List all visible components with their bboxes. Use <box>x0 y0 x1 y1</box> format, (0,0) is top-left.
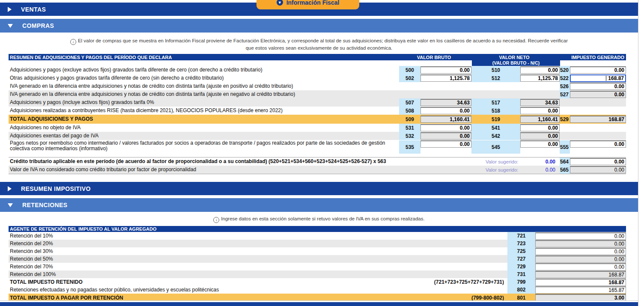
input-508[interactable] <box>420 107 471 114</box>
input-526[interactable] <box>570 83 626 90</box>
field-cell-512 <box>520 74 560 82</box>
input-802[interactable] <box>535 286 626 294</box>
input-wrap <box>535 248 626 255</box>
field-code-531: 531 <box>399 124 420 132</box>
section-header-retenciones[interactable]: RETENCIONES <box>0 198 638 212</box>
input-522[interactable] <box>570 74 626 82</box>
row-description: Adquisiciones no objeto de IVA <box>9 125 399 131</box>
input-725[interactable] <box>535 248 626 255</box>
chevron-down-icon <box>8 24 13 28</box>
section-title-ventas: VENTAS <box>21 6 46 13</box>
code-spacer <box>399 82 420 90</box>
input-510[interactable] <box>520 66 560 74</box>
row-description: Adquisiciones y pagos (incluye activos f… <box>9 100 399 105</box>
table-row: Retenciones efectuadas y no pagadas sect… <box>9 286 626 294</box>
row-formula: (721+723+725+727+729+731) <box>434 279 507 285</box>
input-wrap <box>520 132 560 140</box>
input-531[interactable] <box>420 124 471 131</box>
field-cell-541 <box>520 124 560 131</box>
input-564[interactable] <box>570 158 626 165</box>
field-code-529: 529 <box>560 115 570 124</box>
chevron-right-icon <box>8 186 12 191</box>
input-wrap <box>535 286 626 294</box>
table-row: TOTAL IMPUESTO A PAGAR POR RETENCIÓN(799… <box>9 294 626 302</box>
field-cell-519 <box>520 116 560 123</box>
input-541[interactable] <box>520 124 560 131</box>
input-wrap <box>520 74 560 82</box>
field-code-520: 520 <box>560 66 570 74</box>
text-cursor <box>606 76 606 81</box>
input-wrap <box>420 107 471 114</box>
suggested-value-label: Valor sugerido: <box>486 167 526 172</box>
row-description: Otras adquisiciones y pagos gravados tar… <box>9 75 399 81</box>
table-row: Retención del 10%721 <box>9 232 626 240</box>
input-wrap <box>520 124 560 131</box>
input-565 <box>570 166 626 173</box>
compras-table-header: RESUMEN DE ADQUISICIONES Y PAGOS DEL PER… <box>9 54 626 60</box>
compras-info-note: iEl valor de compras que se muestra en I… <box>66 38 572 51</box>
table-row: Adquisiciones realizadas a contribuyente… <box>9 107 626 115</box>
code-spacer <box>560 124 570 132</box>
code-spacer <box>399 90 420 98</box>
table-row: Retención del 50%727 <box>9 255 626 263</box>
field-code-510: 510 <box>471 66 520 74</box>
input-wrap <box>570 140 626 148</box>
input-542 <box>520 132 560 140</box>
input-512[interactable] <box>520 74 560 82</box>
input-wrap <box>420 132 471 140</box>
form-page: ▾ Información Fiscal VENTAS COMPRAS iEl … <box>0 3 638 302</box>
table-row: Retención del 100%731 <box>9 270 626 278</box>
input-502[interactable] <box>420 74 471 82</box>
input-wrap <box>570 116 626 123</box>
input-518[interactable] <box>520 107 560 114</box>
input-wrap <box>570 158 626 165</box>
section-title-resumen: RESUMEN IMPOSITIVO <box>21 185 91 192</box>
code-spacer <box>560 98 570 107</box>
section-header-compras[interactable]: COMPRAS <box>0 19 638 33</box>
input-wrap <box>520 140 560 148</box>
input-535[interactable] <box>420 140 471 148</box>
field-cell-532 <box>420 132 471 140</box>
field-cell-517 <box>520 99 560 106</box>
section-title-retenciones: RETENCIONES <box>22 202 68 208</box>
row-description: Retención del 70% <box>9 264 507 270</box>
input-545[interactable] <box>520 140 560 148</box>
section-header-resumen-impositivo[interactable]: RESUMEN IMPOSITIVO <box>0 182 638 195</box>
right-border-line <box>638 0 638 306</box>
input-520[interactable] <box>570 66 626 74</box>
field-code-541: 541 <box>471 124 520 132</box>
input-wrap <box>420 74 471 82</box>
input-wrap <box>535 255 626 263</box>
retenciones-table: AGENTE DE RETENCIÓN DEL IMPUESTO AL VALO… <box>9 226 626 302</box>
informacion-fiscal-button[interactable]: ▾ Información Fiscal <box>256 0 359 9</box>
input-723 <box>535 240 626 247</box>
input-wrap <box>570 74 626 82</box>
input-731 <box>535 271 626 278</box>
field-cell-731 <box>535 271 626 278</box>
field-cell-555 <box>570 140 626 148</box>
field-code-723: 723 <box>507 240 535 247</box>
retenciones-info-note: iIngrese datos en esta sección solamente… <box>66 216 572 223</box>
field-cell-527 <box>570 91 626 98</box>
input-555[interactable] <box>570 140 626 148</box>
suggested-value: 0.00 <box>526 167 560 173</box>
chevron-down-icon <box>8 203 13 207</box>
row-description: Retención del 100% <box>9 271 507 277</box>
input-500[interactable] <box>420 66 471 74</box>
field-cell-729 <box>535 263 626 270</box>
field-code-564: 564 <box>560 157 570 166</box>
table-row: Retención del 70%729 <box>9 263 626 270</box>
input-799[interactable] <box>535 279 626 286</box>
input-507 <box>420 99 471 106</box>
input-wrap <box>535 279 626 286</box>
input-729[interactable] <box>535 263 626 270</box>
row-description: Retención del 50% <box>9 256 507 262</box>
row-description: Valor de IVA no considerado como crédito… <box>9 167 486 172</box>
input-wrap <box>535 232 626 240</box>
field-cell-721 <box>535 232 626 240</box>
input-721[interactable] <box>535 232 626 240</box>
input-529 <box>570 116 626 123</box>
field-code-507: 507 <box>399 98 420 107</box>
field-code-532: 532 <box>399 132 420 140</box>
table-row: Otras adquisiciones y pagos gravados tar… <box>9 74 626 82</box>
